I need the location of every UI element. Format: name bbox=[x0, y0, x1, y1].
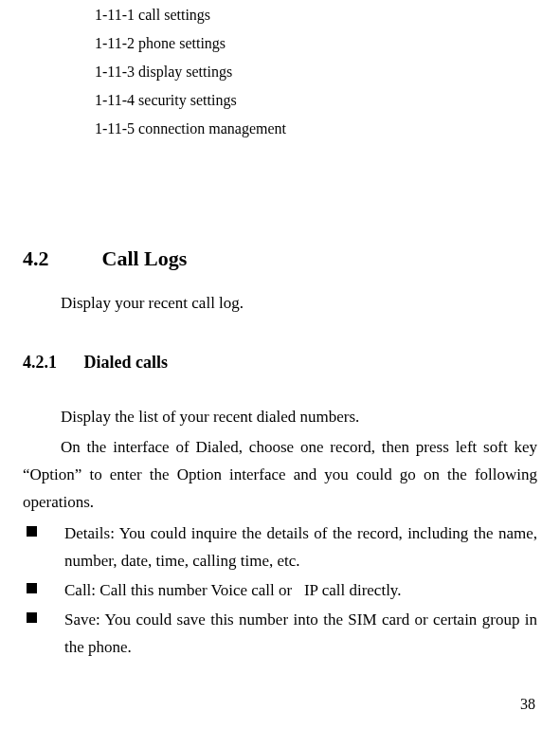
paragraph: On the interface of Dialed, choose one r… bbox=[23, 434, 537, 517]
page-number: 38 bbox=[520, 693, 535, 716]
toc-item: 1-11-5 connection management bbox=[95, 118, 537, 140]
bullet-text: Save: You could save this number into th… bbox=[64, 611, 537, 656]
square-bullet-icon bbox=[27, 526, 37, 537]
bullet-text: Details: You could inquire the details o… bbox=[64, 524, 537, 570]
bullet-item: Save: You could save this number into th… bbox=[23, 607, 537, 662]
section-title: Call Logs bbox=[102, 246, 188, 270]
toc-list: 1-11-1 call settings 1-11-2 phone settin… bbox=[95, 4, 537, 140]
toc-item: 1-11-1 call settings bbox=[95, 4, 537, 27]
section-intro-text: Display your recent call log. bbox=[61, 291, 537, 316]
section-heading-4-2-1: 4.2.1 Dialed calls bbox=[23, 350, 537, 375]
square-bullet-icon bbox=[27, 612, 37, 623]
bullet-text: Call: Call this number Voice call or IP … bbox=[64, 581, 402, 599]
toc-item: 1-11-2 phone settings bbox=[95, 32, 537, 55]
square-bullet-icon bbox=[27, 583, 37, 593]
section-heading-4-2: 4.2 Call Logs bbox=[23, 243, 537, 274]
section-number: 4.2.1 bbox=[23, 350, 80, 375]
toc-item: 1-11-4 security settings bbox=[95, 89, 537, 112]
section-title: Dialed calls bbox=[84, 353, 169, 372]
bullet-list: Details: You could inquire the details o… bbox=[23, 520, 537, 661]
section-number: 4.2 bbox=[23, 243, 97, 274]
paragraph: Display the list of your recent dialed n… bbox=[23, 404, 537, 431]
bullet-item: Call: Call this number Voice call or IP … bbox=[23, 577, 537, 605]
toc-item: 1-11-3 display settings bbox=[95, 61, 537, 83]
bullet-item: Details: You could inquire the details o… bbox=[23, 520, 537, 575]
